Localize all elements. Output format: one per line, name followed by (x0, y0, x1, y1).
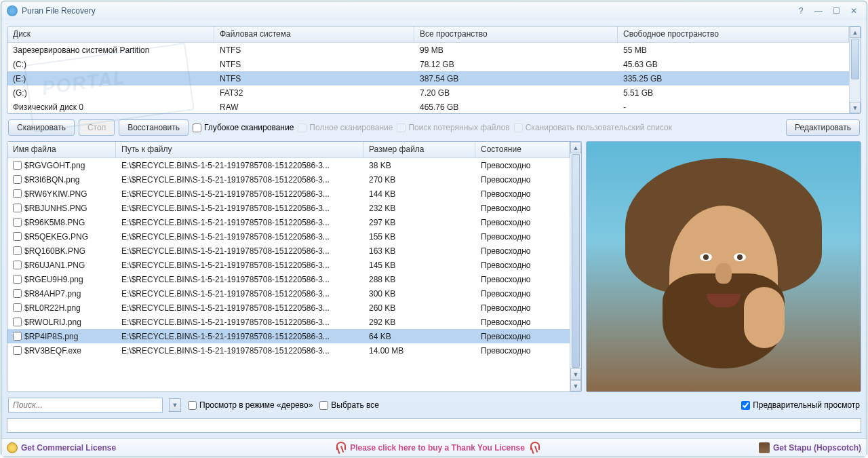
file-name: $RV3BEQF.exe (24, 346, 81, 356)
file-row[interactable]: $R84AHP7.pngE:\$RECYCLE.BIN\S-1-5-21-191… (7, 286, 570, 301)
file-status: Превосходно (475, 216, 570, 229)
preview-checkbox[interactable]: Предварительный просмотр (741, 400, 860, 410)
help-button[interactable]: ? (793, 5, 808, 17)
file-row[interactable]: $RBJUNHS.PNGE:\$RECYCLE.BIN\S-1-5-21-191… (7, 201, 570, 215)
drive-fs: NTFS (214, 44, 414, 56)
file-checkbox[interactable] (13, 332, 22, 341)
search-dropdown-icon[interactable]: ▼ (169, 398, 181, 412)
tree-view-checkbox[interactable]: Просмотр в режиме «дерево» (188, 400, 313, 410)
file-checkbox[interactable] (13, 218, 22, 227)
file-size: 144 KB (363, 188, 475, 200)
edit-button[interactable]: Редактировать (786, 119, 860, 136)
file-checkbox[interactable] (13, 175, 22, 184)
files-header-name[interactable]: Имя файла (7, 142, 116, 157)
scan-button[interactable]: Сканировать (8, 119, 75, 136)
drive-row[interactable]: (C:)NTFS78.12 GB45.63 GB (7, 57, 849, 71)
drive-fs: FAT32 (214, 87, 414, 99)
files-header-status[interactable]: Состояние (475, 142, 570, 157)
file-size: 64 KB (363, 330, 475, 343)
search-input[interactable] (8, 398, 163, 413)
drives-table: Диск Файловая система Все пространство С… (7, 26, 849, 113)
drives-scrollbar[interactable]: ▲ ▼ (849, 26, 861, 113)
close-button[interactable]: ✕ (846, 5, 861, 17)
recover-button[interactable]: Восстановить (119, 119, 189, 136)
thankyou-license-link[interactable]: Please click here to buy a Thank You Lic… (350, 443, 525, 453)
scroll-thumb[interactable] (851, 39, 859, 79)
file-row[interactable]: $RW6YKIW.PNGE:\$RECYCLE.BIN\S-1-5-21-191… (7, 187, 570, 201)
drive-free: - (618, 101, 849, 113)
select-all-checkbox[interactable]: Выбрать все (319, 400, 379, 410)
file-checkbox[interactable] (13, 346, 22, 355)
file-checkbox[interactable] (13, 261, 22, 269)
scroll-down-icon[interactable]: ▼ (570, 368, 581, 380)
file-row[interactable]: $R5QEKEG.PNGE:\$RECYCLE.BIN\S-1-5-21-191… (7, 229, 570, 244)
drive-row[interactable]: (E:)NTFS387.54 GB335.25 GB (7, 71, 849, 85)
file-row[interactable]: $RWOLRIJ.pngE:\$RECYCLE.BIN\S-1-5-21-191… (7, 315, 570, 329)
files-header-path[interactable]: Путь к файлу (116, 142, 363, 157)
file-size: 270 KB (363, 174, 475, 186)
drive-row[interactable]: Физический диск 0RAW465.76 GB- (7, 100, 849, 113)
drive-row[interactable]: Зарезервировано системой PartitionNTFS99… (7, 43, 849, 57)
file-row[interactable]: $R6UJAN1.PNGE:\$RECYCLE.BIN\S-1-5-21-191… (7, 258, 570, 272)
scroll-thumb[interactable] (572, 154, 580, 368)
scroll-up-icon[interactable]: ▲ (850, 26, 861, 38)
file-row[interactable]: $RQ160BK.PNGE:\$RECYCLE.BIN\S-1-5-21-191… (7, 244, 570, 258)
drives-header-free[interactable]: Свободное пространство (618, 26, 849, 42)
file-name: $R84AHP7.png (24, 289, 81, 299)
file-checkbox[interactable] (13, 289, 22, 298)
file-checkbox[interactable] (13, 189, 22, 198)
drives-header-disk[interactable]: Диск (7, 26, 214, 42)
file-checkbox[interactable] (13, 246, 22, 255)
file-row[interactable]: $RL0R22H.pngE:\$RECYCLE.BIN\S-1-5-21-191… (7, 301, 570, 315)
file-checkbox[interactable] (13, 161, 22, 170)
file-row[interactable]: $RGEU9H9.pngE:\$RECYCLE.BIN\S-1-5-21-191… (7, 272, 570, 286)
deep-scan-checkbox[interactable]: Глубокое сканирование (193, 123, 294, 132)
file-status: Превосходно (475, 245, 570, 257)
preview-caveman-icon (635, 172, 812, 362)
file-name: $RGVGOHT.png (24, 161, 85, 170)
drive-free: 335.25 GB (618, 73, 849, 85)
status-input[interactable] (7, 418, 861, 433)
drives-header-total[interactable]: Все пространство (414, 26, 618, 42)
file-row[interactable]: $R3I6BQN.pngE:\$RECYCLE.BIN\S-1-5-21-191… (7, 172, 570, 187)
commercial-license-link[interactable]: Get Commercial License (7, 442, 116, 453)
files-header: Имя файла Путь к файлу Размер файла Сост… (7, 142, 570, 158)
file-status: Превосходно (475, 231, 570, 243)
maximize-button[interactable]: ☐ (829, 5, 844, 17)
file-checkbox[interactable] (13, 303, 22, 312)
content-row: Имя файла Путь к файлу Размер файла Сост… (7, 141, 861, 392)
scroll-down-icon[interactable]: ▼ (850, 102, 861, 113)
file-checkbox[interactable] (13, 275, 22, 284)
file-row[interactable]: $R96K5M8.PNGE:\$RECYCLE.BIN\S-1-5-21-191… (7, 215, 570, 229)
file-size: 14.00 MB (363, 345, 475, 357)
file-name: $RWOLRIJ.png (24, 318, 81, 327)
minimize-button[interactable]: — (811, 5, 826, 17)
file-name: $R3I6BQN.png (24, 175, 79, 185)
file-status: Превосходно (475, 202, 570, 214)
file-row[interactable]: $RGVGOHT.pngE:\$RECYCLE.BIN\S-1-5-21-191… (7, 158, 570, 172)
app-icon (7, 5, 18, 16)
scroll-down-icon[interactable]: ▼ (570, 380, 581, 392)
file-row[interactable]: $RV3BEQF.exeE:\$RECYCLE.BIN\S-1-5-21-191… (7, 343, 570, 358)
drive-total: 7.20 GB (414, 87, 618, 99)
drives-header: Диск Файловая система Все пространство С… (7, 26, 849, 43)
file-size: 232 KB (363, 202, 475, 214)
app-window: Puran File Recovery ? — ☐ ✕ Диск Файлова… (1, 1, 867, 457)
file-name: $R6UJAN1.PNG (24, 261, 85, 270)
file-name-cell: $RQ160BK.PNG (7, 245, 116, 257)
files-scrollbar[interactable]: ▲ ▼ ▼ (570, 142, 581, 392)
scroll-up-icon[interactable]: ▲ (570, 142, 581, 153)
files-header-size[interactable]: Размер файла (363, 142, 475, 157)
file-row[interactable]: $RP4IP8S.pngE:\$RECYCLE.BIN\S-1-5-21-191… (7, 329, 570, 343)
file-path: E:\$RECYCLE.BIN\S-1-5-21-1919785708-1512… (116, 159, 363, 172)
file-checkbox[interactable] (13, 232, 22, 241)
file-checkbox[interactable] (13, 318, 22, 326)
file-name: $RBJUNHS.PNG (24, 204, 87, 213)
drives-header-fs[interactable]: Файловая система (214, 26, 414, 42)
file-checkbox[interactable] (13, 204, 22, 212)
file-size: 260 KB (363, 302, 475, 314)
stapu-link[interactable]: Get Stapu (Hopscotch) (759, 442, 861, 453)
file-size: 163 KB (363, 245, 475, 257)
drive-row[interactable]: (G:)FAT327.20 GB5.51 GB (7, 85, 849, 100)
file-path: E:\$RECYCLE.BIN\S-1-5-21-1919785708-1512… (116, 345, 363, 357)
